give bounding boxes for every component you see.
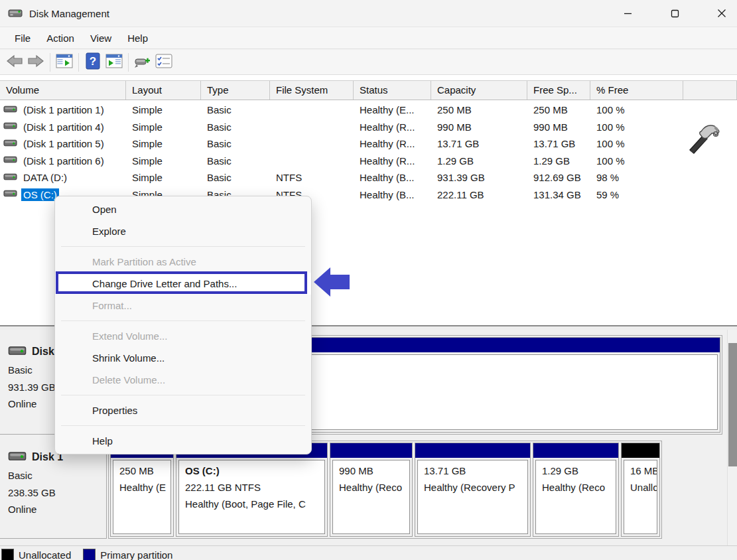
partition-block[interactable]: 250 MBHealthy (E	[110, 443, 174, 537]
partition-detail: 250 MB	[119, 462, 170, 479]
cell-free: 250 MB	[527, 104, 590, 115]
volume-cell: DATA (D:)	[0, 171, 126, 184]
partition-label-area: OS (C:)222.11 GB NTFSHealthy (Boot, Page…	[178, 460, 325, 534]
cell-capacity: 931.39 GB	[431, 172, 527, 183]
partition-block[interactable]: 16 MBUnallocated	[621, 443, 660, 537]
vertical-scrollbar-thumb[interactable]	[728, 343, 737, 466]
cell-pct: 100 %	[590, 121, 683, 133]
menubar-item-help[interactable]: Help	[119, 27, 156, 48]
menu-item-properties[interactable]: Properties	[55, 399, 311, 421]
disk-info-box[interactable]: Disk 1Basic238.35 GBOnline	[0, 441, 107, 539]
partition-label-area: 250 MBHealthy (E	[113, 460, 171, 534]
forward-icon	[27, 54, 44, 70]
partition-detail: 13.71 GB	[424, 462, 527, 479]
cell-type: Basic	[201, 104, 270, 115]
partition-color-strip	[415, 443, 530, 458]
menu-item-open[interactable]: Open	[55, 198, 311, 220]
toolbar-tasks-button[interactable]	[153, 52, 174, 72]
disk-icon	[8, 450, 27, 464]
column-header-file-system[interactable]: File System	[270, 81, 354, 100]
partition-detail: Healthy (Recovery P	[424, 479, 527, 496]
volume-row[interactable]: (Disk 1 partition 4)SimpleBasicHealthy (…	[0, 119, 737, 136]
disk-status: Online	[8, 501, 106, 518]
column-header-free[interactable]: % Free	[590, 81, 683, 100]
column-header-free-sp[interactable]: Free Sp...	[527, 81, 590, 100]
toolbar-help-button[interactable]: ?	[82, 52, 103, 72]
partition-color-strip	[533, 443, 618, 458]
toolbar-action-pane-button[interactable]	[103, 52, 125, 72]
disk-icon	[8, 344, 27, 359]
cell-pct: 98 %	[590, 172, 683, 183]
svg-text:?: ?	[90, 55, 96, 68]
cell-layout: Simple	[126, 172, 201, 183]
cell-free: 13.71 GB	[527, 138, 590, 149]
hammer-cursor-icon	[685, 121, 722, 157]
cell-pct: 100 %	[590, 155, 683, 167]
cell-layout: Simple	[126, 104, 201, 115]
action-pane-icon	[105, 54, 123, 70]
legend-item-unallocated: Unallocated	[1, 549, 71, 560]
disk-type: Basic	[8, 467, 106, 484]
partition-detail: 16 MB	[630, 462, 657, 479]
toolbar-rescan-button[interactable]	[132, 52, 153, 72]
rescan-icon	[134, 54, 151, 70]
menu-item-format: Format...	[55, 295, 311, 316]
cell-free: 912.69 GB	[527, 172, 590, 183]
volume-cell: (Disk 1 partition 6)	[0, 155, 126, 167]
menu-item-change-drive-letter-and-paths[interactable]: Change Drive Letter and Paths...	[55, 273, 311, 295]
partition-block[interactable]: 1.29 GBHealthy (Reco	[533, 443, 619, 537]
volume-row[interactable]: DATA (D:)SimpleBasicNTFSHealthy (B...931…	[0, 169, 737, 186]
partition-block[interactable]: 990 MBHealthy (Reco	[330, 443, 413, 537]
menu-separator	[61, 320, 305, 321]
menubar-item-action[interactable]: Action	[38, 27, 82, 48]
partition-block[interactable]: 13.71 GBHealthy (Recovery P	[415, 443, 531, 537]
cell-type: Basic	[201, 121, 270, 133]
partition-detail: Healthy (E	[119, 479, 170, 496]
volume-name: (Disk 1 partition 5)	[21, 137, 106, 150]
maximize-button[interactable]	[659, 0, 690, 27]
back-icon	[6, 54, 23, 70]
column-header-layout[interactable]: Layout	[126, 81, 201, 100]
partition-title: OS (C:)	[185, 462, 324, 479]
volume-row[interactable]: (Disk 1 partition 5)SimpleBasicHealthy (…	[0, 135, 737, 153]
toolbar-forward-button[interactable]	[25, 52, 46, 72]
partition-area: 250 MBHealthy (EOS (C:)222.11 GB NTFSHea…	[108, 441, 662, 539]
vertical-scrollbar[interactable]	[727, 330, 737, 545]
cell-free: 990 MB	[527, 121, 590, 133]
legend-bar: UnallocatedPrimary partition	[0, 545, 737, 560]
toolbar-separator	[78, 53, 79, 72]
cell-pct: 59 %	[590, 189, 683, 200]
volume-list-header: VolumeLayoutTypeFile SystemStatusCapacit…	[0, 80, 737, 100]
menu-item-explore[interactable]: Explore	[55, 220, 311, 242]
tasks-icon	[155, 54, 172, 70]
column-header-volume[interactable]: Volume	[0, 81, 126, 100]
column-header-filler	[683, 81, 737, 100]
column-header-type[interactable]: Type	[201, 81, 270, 100]
toolbar-console-tree-button[interactable]	[54, 52, 75, 72]
toolbar: ?	[0, 50, 737, 75]
cell-free: 1.29 GB	[527, 155, 590, 167]
close-button[interactable]	[706, 0, 737, 27]
menubar-item-file[interactable]: File	[7, 27, 38, 48]
cell-layout: Simple	[126, 155, 201, 167]
cell-capacity: 1.29 GB	[431, 155, 527, 167]
minimize-button[interactable]	[612, 0, 643, 27]
volume-context-menu: OpenExploreMark Partition as ActiveChang…	[54, 196, 312, 455]
toolbar-back-button[interactable]	[4, 52, 25, 72]
column-header-status[interactable]: Status	[354, 81, 431, 100]
cell-status: Healthy (R...	[354, 155, 431, 167]
cell-pct: 100 %	[590, 138, 683, 149]
partition-block[interactable]: OS (C:)222.11 GB NTFSHealthy (Boot, Page…	[176, 443, 328, 537]
column-header-capacity[interactable]: Capacity	[431, 81, 527, 100]
volume-name: (Disk 1 partition 6)	[21, 155, 106, 167]
disk-size: 238.35 GB	[8, 484, 106, 502]
volume-row[interactable]: (Disk 1 partition 1)SimpleBasicHealthy (…	[0, 102, 737, 119]
partition-detail: Healthy (Boot, Page File, C	[185, 496, 324, 512]
cell-status: Healthy (B...	[354, 172, 431, 183]
menubar-item-view[interactable]: View	[82, 27, 119, 48]
volume-name: (Disk 1 partition 4)	[21, 121, 106, 133]
cell-capacity: 250 MB	[431, 104, 527, 115]
menu-item-help[interactable]: Help	[55, 430, 311, 452]
menu-item-shrink-volume[interactable]: Shrink Volume...	[55, 347, 311, 369]
volume-row[interactable]: (Disk 1 partition 6)SimpleBasicHealthy (…	[0, 153, 737, 170]
